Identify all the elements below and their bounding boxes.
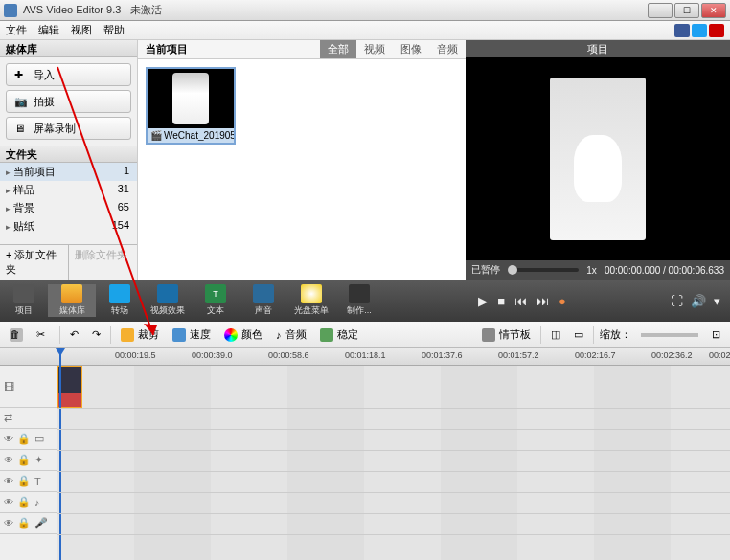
tool-label: 声音 xyxy=(255,304,272,317)
prev-button[interactable]: ⏮ xyxy=(514,294,527,308)
effects-icon xyxy=(157,284,178,303)
audio-edit-button[interactable]: ♪音频 xyxy=(272,325,310,344)
tab-all[interactable]: 全部 xyxy=(320,40,356,58)
fx-icon: ✦ xyxy=(34,454,43,466)
eye-icon: 👁 xyxy=(4,518,13,528)
add-folder-button[interactable]: + 添加文件夹 xyxy=(0,245,69,280)
capture-button[interactable]: 📷拍摄 xyxy=(6,90,131,113)
tool-audio[interactable]: 声音 xyxy=(240,284,287,317)
view-button[interactable]: ▭ xyxy=(570,326,587,343)
track-video-main[interactable]: 🎞 xyxy=(0,366,57,408)
track-audio2[interactable]: 👁🔒🎤 xyxy=(0,513,57,534)
youtube-icon[interactable] xyxy=(709,24,724,37)
video-icon: 🎬 xyxy=(150,130,162,141)
capture-label: 拍摄 xyxy=(34,95,55,109)
minimize-button[interactable]: ─ xyxy=(648,3,673,18)
menu-help[interactable]: 帮助 xyxy=(103,23,125,37)
stable-label: 稳定 xyxy=(337,327,358,342)
track-text[interactable]: 👁🔒T xyxy=(0,471,57,492)
tool-transition[interactable]: 转场 xyxy=(96,284,144,317)
track-effects[interactable]: 👁🔒✦ xyxy=(0,450,57,471)
preview-title: 项目 xyxy=(466,40,730,57)
cut-button[interactable]: ✂ xyxy=(33,326,54,344)
tool-disc[interactable]: 光盘菜单 xyxy=(287,284,335,317)
tab-audio[interactable]: 音频 xyxy=(429,40,466,58)
timeline-ruler[interactable]: 00:00:19.5 00:00:39.0 00:00:58.6 00:01:1… xyxy=(0,348,730,366)
playhead[interactable] xyxy=(59,348,61,560)
speed-button[interactable]: 速度 xyxy=(169,325,215,344)
menu-view[interactable]: 视图 xyxy=(71,23,92,37)
app-icon xyxy=(4,4,17,17)
delete-button[interactable]: 🗑 xyxy=(6,326,27,344)
twitter-icon[interactable] xyxy=(692,24,707,37)
folder-current-project[interactable]: 当前项目1 xyxy=(0,163,137,181)
folder-samples[interactable]: 样品31 xyxy=(0,181,137,199)
produce-icon xyxy=(349,284,370,303)
tool-media[interactable]: 媒体库 xyxy=(48,284,96,317)
import-label: 导入 xyxy=(34,68,55,82)
redo-button[interactable]: ↷ xyxy=(88,326,104,343)
tool-project[interactable]: 项目 xyxy=(0,284,48,317)
color-label: 颜色 xyxy=(241,327,262,342)
eye-icon: 👁 xyxy=(4,455,13,465)
tool-label: 项目 xyxy=(15,304,33,317)
speed-label: 速度 xyxy=(190,327,211,342)
speed-label: 1x xyxy=(586,265,597,276)
tool-label: 文本 xyxy=(207,304,224,317)
tool-label: 转场 xyxy=(111,304,128,317)
stabilize-button[interactable]: 稳定 xyxy=(316,325,362,344)
fullscreen-button[interactable]: ⛶ xyxy=(671,294,683,308)
stabilize-icon xyxy=(320,328,333,342)
zoom-fit-button[interactable]: ⊡ xyxy=(708,326,724,343)
zoom-slider[interactable] xyxy=(641,333,698,337)
audio-icon xyxy=(253,284,274,303)
media-icon xyxy=(61,284,82,303)
speed-slider[interactable] xyxy=(508,268,579,272)
text-track-icon: T xyxy=(34,476,41,487)
timecode: 00:00:00.000 / 00:00:06.633 xyxy=(605,265,724,276)
tool-effects[interactable]: 视频效果 xyxy=(144,284,192,317)
lock-icon: 🔒 xyxy=(17,496,31,508)
plus-icon: ✚ xyxy=(14,69,26,80)
track-overlay[interactable]: 👁🔒▭ xyxy=(0,429,57,450)
maximize-button[interactable]: ☐ xyxy=(674,3,699,18)
ruler-tick: 00:01:37.6 xyxy=(422,350,463,360)
undo-button[interactable]: ↶ xyxy=(66,326,82,343)
color-button[interactable]: 颜色 xyxy=(220,325,266,344)
fit-icon: ⊡ xyxy=(712,328,720,341)
tool-text[interactable]: T文本 xyxy=(192,284,240,317)
track-audio1[interactable]: 👁🔒♪ xyxy=(0,492,57,513)
play-button[interactable]: ▶ xyxy=(478,294,488,308)
stop-button[interactable]: ■ xyxy=(497,294,505,308)
tab-image[interactable]: 图像 xyxy=(393,40,429,58)
close-button[interactable]: ✕ xyxy=(701,3,726,18)
folder-backgrounds[interactable]: 背景65 xyxy=(0,199,137,217)
text-icon: T xyxy=(205,284,226,303)
monitor-icon: 🖥 xyxy=(14,123,26,134)
next-button[interactable]: ⏭ xyxy=(536,294,549,308)
media-thumbnail[interactable]: 🎬WeChat_201905071... xyxy=(146,67,236,145)
trash-icon: 🗑 xyxy=(10,328,23,342)
timeline-area[interactable] xyxy=(57,366,730,560)
track-transition[interactable]: ⇄ xyxy=(0,408,57,429)
tab-video[interactable]: 视频 xyxy=(356,40,393,58)
settings-button[interactable]: ▾ xyxy=(714,294,720,308)
tool-label: 视频效果 xyxy=(150,304,185,317)
folder-label: 样品 xyxy=(6,183,34,197)
folder-label: 背景 xyxy=(6,201,34,215)
tool-produce[interactable]: 制作... xyxy=(335,284,383,317)
split-view-button[interactable]: ◫ xyxy=(547,326,564,343)
menu-file[interactable]: 文件 xyxy=(6,23,27,37)
facebook-icon[interactable] xyxy=(674,24,690,37)
menu-edit[interactable]: 编辑 xyxy=(38,23,59,37)
record-button[interactable]: ● xyxy=(559,294,566,308)
folder-stickers[interactable]: 贴纸154 xyxy=(0,217,137,235)
import-button[interactable]: ✚导入 xyxy=(6,63,131,86)
trim-button[interactable]: 裁剪 xyxy=(117,325,163,344)
split-icon: ◫ xyxy=(551,328,560,341)
screen-record-button[interactable]: 🖥屏幕录制 xyxy=(6,117,131,140)
storyboard-button[interactable]: 情节板 xyxy=(478,325,535,344)
ruler-tick: 00:00:58.6 xyxy=(268,350,309,360)
delete-folder-button: 删除文件夹 xyxy=(69,245,137,280)
volume-button[interactable]: 🔊 xyxy=(691,294,706,308)
